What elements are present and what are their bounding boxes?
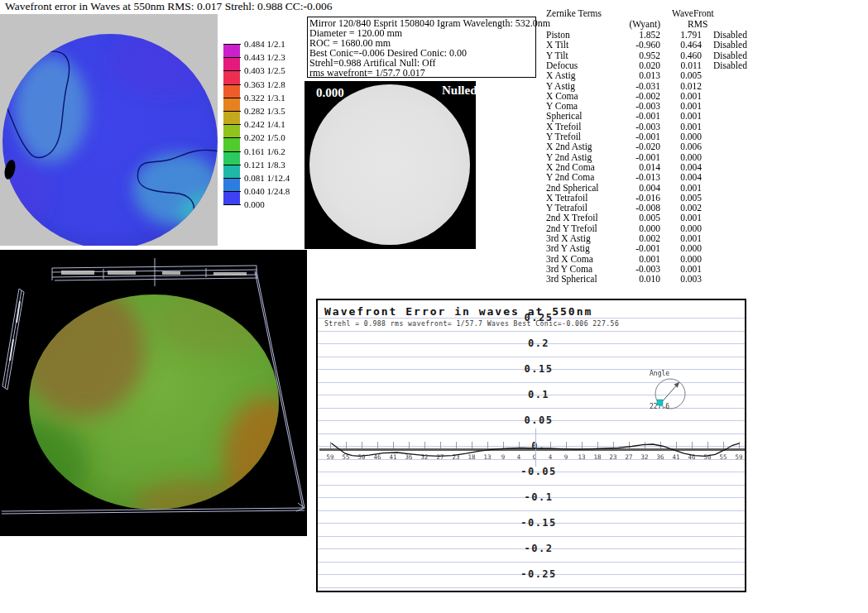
zernike-term-name: 3rd X Coma — [546, 254, 593, 264]
zernike-row[interactable]: 3rd X Coma0.0010.000 — [544, 254, 760, 264]
zernike-wyant-value: 1.852 — [617, 30, 660, 40]
legend-color-segment — [223, 124, 240, 137]
zernike-rms-value: 0.001 — [664, 264, 702, 274]
zernike-rms-value: 0.001 — [664, 101, 702, 111]
legend-color-segment — [223, 84, 240, 98]
zernike-row[interactable]: 3rd X Astig0.0020.001 — [544, 233, 760, 243]
zernike-row[interactable]: Y 2nd Astig-0.0010.000 — [544, 152, 760, 162]
zernike-wyant-value: -0.960 — [617, 40, 660, 50]
zernike-row[interactable]: 2nd Spherical0.0040.001 — [544, 183, 760, 193]
legend-label: 0.322 1/3.1 — [244, 93, 285, 103]
zernike-rms-value: 0.001 — [664, 233, 702, 243]
legend-tick — [223, 57, 241, 58]
zernike-disabled-flag[interactable]: Disabled — [713, 40, 747, 50]
zernike-row[interactable]: Y Coma-0.0030.001 — [544, 101, 760, 111]
zernike-term-name: Y 2nd Astig — [546, 152, 592, 162]
zernike-rms-value: 0.000 — [664, 152, 702, 162]
legend-color-segment — [223, 151, 240, 165]
interferogram-disc — [309, 84, 470, 245]
zernike-wyant-value: -0.008 — [617, 203, 660, 213]
zernike-disabled-flag[interactable]: Disabled — [713, 60, 747, 70]
legend-tick — [223, 151, 241, 152]
legend-tick — [223, 124, 241, 125]
zernike-term-name: Y Trefoil — [546, 132, 581, 141]
zernike-rms-value: 0.000 — [664, 132, 702, 141]
zernike-term-name: 2nd Y Trefoil — [546, 223, 597, 233]
zernike-row[interactable]: Spherical-0.0010.001 — [544, 111, 760, 121]
zernike-row[interactable]: Defocus0.0200.011Disabled — [544, 60, 760, 70]
legend-label: 0.443 1/2.3 — [244, 52, 285, 62]
legend-tick — [223, 111, 241, 112]
surface-3d-panel — [0, 250, 307, 536]
zernike-row[interactable]: 3rd Spherical0.0100.003 — [544, 274, 760, 284]
zernike-term-name: Defocus — [546, 60, 578, 70]
zernike-row[interactable]: 3rd Y Astig-0.0010.000 — [544, 243, 760, 253]
zernike-rms-value: 0.005 — [664, 70, 702, 80]
legend-color-segment — [223, 98, 240, 111]
igram-phase-label: 0.000 — [316, 86, 344, 100]
zernike-rms-value: 0.004 — [664, 162, 702, 172]
zernike-row[interactable]: X Coma-0.0020.001 — [544, 91, 760, 101]
zernike-wyant-value: 0.952 — [617, 50, 660, 60]
zernike-rms-value: 0.011 — [664, 60, 702, 70]
zernike-row[interactable]: Y Tilt0.9520.460Disabled — [544, 50, 760, 60]
legend-color-segment — [223, 191, 240, 204]
legend-color-segment — [223, 137, 240, 151]
legend-label: 0.000 — [244, 199, 265, 209]
zernike-term-name: Y Coma — [546, 101, 578, 111]
legend-tick — [223, 191, 241, 192]
zernike-wyant-value: -0.020 — [617, 141, 660, 151]
zernike-term-name: X Astig — [546, 70, 575, 80]
zernike-col-rms: RMS — [688, 19, 707, 29]
zernike-wyant-value: -0.001 — [617, 243, 660, 253]
zernike-row[interactable]: Y Tetrafoil-0.0080.002 — [544, 203, 760, 213]
zernike-rms-value: 0.006 — [664, 141, 702, 151]
zernike-term-name: X 2nd Astig — [546, 141, 592, 151]
legend-label: 0.161 1/6.2 — [244, 146, 285, 156]
zernike-term-name: Y 2nd Coma — [546, 172, 594, 182]
zernike-rms-value: 0.001 — [664, 183, 702, 193]
zernike-row[interactable]: 2nd Y Trefoil0.0000.000 — [544, 223, 760, 233]
zernike-wyant-value: 0.001 — [617, 254, 660, 264]
zernike-rms-value: 1.791 — [664, 30, 702, 40]
zernike-row[interactable]: X Tilt-0.9600.464Disabled — [544, 40, 760, 50]
legend-color-segment — [223, 70, 240, 84]
angle-indicator[interactable]: Angle 227.6 — [650, 370, 685, 410]
zernike-term-name: 2nd X Trefoil — [546, 213, 598, 223]
zernike-rms-value: 0.001 — [664, 213, 702, 223]
zernike-disabled-flag[interactable]: Disabled — [713, 50, 747, 60]
zernike-row[interactable]: X Trefoil-0.0030.001 — [544, 122, 760, 132]
zernike-rms-value: 0.004 — [664, 172, 702, 182]
zernike-row[interactable]: X Tetrafoil-0.0160.005 — [544, 193, 760, 203]
zernike-row[interactable]: X 2nd Coma0.0140.004 — [544, 162, 760, 172]
zernike-row[interactable]: Y 2nd Coma-0.0130.004 — [544, 172, 760, 182]
zernike-wyant-value: 0.020 — [617, 60, 660, 70]
zernike-wyant-value: -0.003 — [617, 101, 660, 111]
zernike-wyant-value: 0.005 — [617, 213, 660, 223]
wavefront-map-panel — [0, 14, 218, 246]
zernike-row[interactable]: X Astig0.0130.005 — [544, 70, 760, 80]
app-canvas: Wavefront error in Waves at 550nm RMS: 0… — [0, 0, 868, 613]
legend-color-segment — [223, 44, 240, 57]
zernike-term-name: 3rd Y Astig — [546, 243, 590, 253]
wavefront-map-title: Wavefront error in Waves at 550nm RMS: 0… — [5, 0, 332, 13]
zernike-rms-value: 0.003 — [664, 274, 702, 284]
zernike-rms-value: 0.000 — [664, 254, 702, 264]
zernike-row[interactable]: Y Astig-0.0310.012 — [544, 81, 760, 91]
zernike-row[interactable]: 3rd Y Coma-0.0030.001 — [544, 264, 760, 274]
zernike-row[interactable]: X 2nd Astig-0.0200.006 — [544, 141, 760, 151]
zernike-row[interactable]: Y Trefoil-0.0010.000 — [544, 132, 760, 141]
legend-color-segment — [223, 165, 240, 178]
zernike-wyant-value: -0.003 — [617, 122, 660, 132]
zernike-rms-value: 0.001 — [664, 91, 702, 101]
zernike-row[interactable]: Piston1.8521.791Disabled — [544, 30, 760, 40]
zernike-disabled-flag[interactable]: Disabled — [713, 30, 747, 40]
zernike-wyant-value: -0.002 — [617, 91, 660, 101]
zernike-row[interactable]: 2nd X Trefoil0.0050.001 — [544, 213, 760, 223]
zernike-term-name: X Trefoil — [546, 122, 582, 132]
legend-tick — [223, 44, 241, 45]
surface-3d-image — [0, 250, 307, 536]
legend-tick — [223, 165, 241, 165]
zernike-wyant-value: -0.001 — [617, 111, 660, 121]
legend-tick — [223, 204, 241, 205]
